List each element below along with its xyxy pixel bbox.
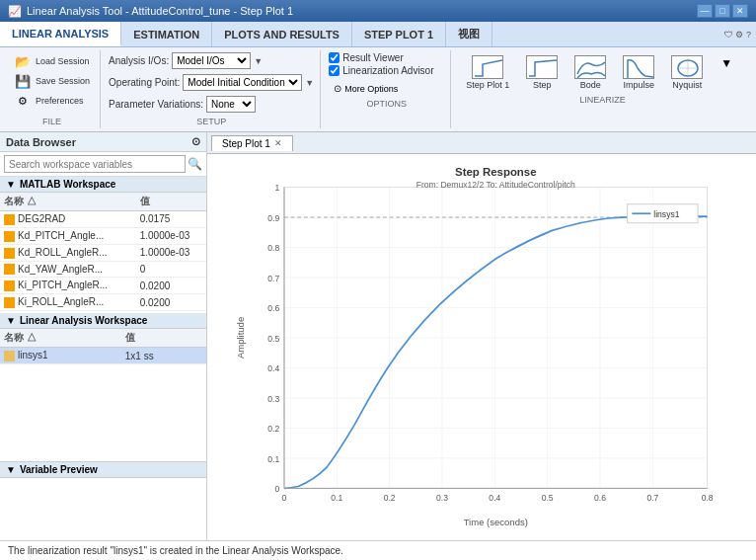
tab-bar: LINEAR ANALYSIS ESTIMATION PLOTS AND RES… xyxy=(0,22,756,47)
matlab-workspace-header[interactable]: ▼ MATLAB Workspace xyxy=(0,177,206,193)
tab-plots-results[interactable]: PLOTS AND RESULTS xyxy=(212,22,352,46)
linearize-dropdown-arrow[interactable]: ▼ xyxy=(717,52,736,93)
maximize-button[interactable]: □ xyxy=(715,4,730,18)
svg-text:0.6: 0.6 xyxy=(594,493,606,503)
sidebar-collapse-icon[interactable]: ⊙ xyxy=(191,135,200,148)
step-button[interactable]: Step xyxy=(519,52,565,93)
svg-text:0.2: 0.2 xyxy=(267,424,279,434)
svg-text:0.2: 0.2 xyxy=(384,493,396,503)
tab-view[interactable]: 视图 xyxy=(446,22,492,46)
op-arrow[interactable]: ▼ xyxy=(305,78,314,88)
chart-subtitle: From: Demux12/2 To: AttitudeControl/pitc… xyxy=(416,180,575,190)
list-item[interactable]: Kd_ROLL_AngleR... 1.0000e-03 xyxy=(0,244,206,261)
load-session-button[interactable]: 📂 Load Session xyxy=(10,52,94,70)
svg-text:0.7: 0.7 xyxy=(646,493,658,503)
svg-text:0.1: 0.1 xyxy=(267,454,279,464)
status-message: The linearization result "linsys1" is cr… xyxy=(8,545,343,556)
variable-preview: ▼ Variable Preview xyxy=(0,461,206,540)
step-plot-tab[interactable]: Step Plot 1 ✕ xyxy=(211,135,293,151)
nyquist-button[interactable]: Nyquist xyxy=(664,52,710,93)
close-button[interactable]: ✕ xyxy=(732,4,748,18)
tab-right-buttons: 🛡 ⚙ ? xyxy=(724,22,756,46)
title-bar-left: 📈 Linear Analysis Tool - AttitudeControl… xyxy=(8,5,293,18)
svg-text:0.8: 0.8 xyxy=(267,243,279,253)
bode-button[interactable]: Bode xyxy=(567,52,613,93)
analysis-ios-row: Analysis I/Os: Model I/Os ▼ xyxy=(109,52,314,69)
search-box: 🔍 xyxy=(0,152,206,177)
collapse-icon-preview: ▼ xyxy=(6,464,16,475)
tab-linear-analysis[interactable]: LINEAR ANALYSIS xyxy=(0,22,121,46)
options-label: OPTIONS xyxy=(329,99,444,109)
list-item[interactable]: Ki_ROLL_AngleR... 0.0200 xyxy=(0,294,206,311)
linearize-content: Step Plot 1 Step xyxy=(459,52,736,93)
result-viewer-checkbox[interactable] xyxy=(329,52,340,63)
param-variations-row: Parameter Variations: None xyxy=(109,96,314,113)
svg-text:0.3: 0.3 xyxy=(436,493,448,503)
ribbon-options-section: Result Viewer Linearization Advisor ⊙ Mo… xyxy=(323,50,451,128)
list-item[interactable]: Kd_YAW_AngleR... 0 xyxy=(0,261,206,278)
title-bar: 📈 Linear Analysis Tool - AttitudeControl… xyxy=(0,0,756,22)
list-item[interactable]: Ki_PITCH_AngleR... 0.0200 xyxy=(0,278,206,294)
help-icon[interactable]: 🛡 ⚙ ? xyxy=(724,30,751,40)
svg-text:0.6: 0.6 xyxy=(267,303,279,313)
list-item[interactable]: Kd_PITCH_Angle... 1.0000e-03 xyxy=(0,227,206,244)
svg-text:0.1: 0.1 xyxy=(331,493,342,503)
var-preview-header: ▼ Variable Preview xyxy=(0,462,206,478)
chart-area: 0 0.1 0.2 0.3 0.4 0.5 0.6 0.7 0.8 0.9 1 … xyxy=(207,154,756,540)
nyquist-icon xyxy=(671,55,703,79)
tab-estimation[interactable]: ESTIMATION xyxy=(121,22,212,46)
svg-text:0.4: 0.4 xyxy=(489,493,500,503)
linear-workspace-table: 名称 △ 值 linsys1 1x1 ss xyxy=(0,329,206,364)
list-item[interactable]: DEG2RAD 0.0175 xyxy=(0,211,206,228)
workspace-section: ▼ MATLAB Workspace 名称 △ 值 DEG2RAD 0.0175… xyxy=(0,177,206,461)
x-axis-label: Time (seconds) xyxy=(464,517,528,527)
value-col-header: 值 xyxy=(136,193,206,211)
file-buttons: 📂 Load Session 💾 Save Session ⚙ Preferen… xyxy=(10,52,94,115)
ribbon-file-section: 📂 Load Session 💾 Save Session ⚙ Preferen… xyxy=(4,50,101,128)
analysis-ios-select[interactable]: Model I/Os xyxy=(172,52,251,69)
ribbon-main: 📂 Load Session 💾 Save Session ⚙ Preferen… xyxy=(0,47,756,132)
analysis-ios-arrow[interactable]: ▼ xyxy=(254,56,263,66)
linearization-advisor-checkbox[interactable] xyxy=(329,65,340,76)
step-response-chart: 0 0.1 0.2 0.3 0.4 0.5 0.6 0.7 0.8 0.9 1 … xyxy=(212,159,751,535)
bode-icon xyxy=(574,55,606,79)
svg-text:0.8: 0.8 xyxy=(702,493,714,503)
linear-workspace-header[interactable]: ▼ Linear Analysis Workspace xyxy=(0,313,206,329)
linear-name-col: 名称 △ xyxy=(0,329,121,348)
linear-header-row: 名称 △ 值 xyxy=(0,329,206,348)
param-variations-select[interactable]: None xyxy=(206,96,256,113)
matlab-workspace-table: 名称 △ 值 DEG2RAD 0.0175 Kd_PITCH_Angle... … xyxy=(0,193,206,311)
collapse-icon-linear: ▼ xyxy=(6,315,16,326)
plot-tab-bar: Step Plot 1 ✕ xyxy=(207,132,756,154)
save-session-button[interactable]: 💾 Save Session xyxy=(10,72,94,90)
tab-close-icon[interactable]: ✕ xyxy=(274,138,282,148)
svg-text:0.5: 0.5 xyxy=(542,493,554,503)
tab-step-plot[interactable]: STEP PLOT 1 xyxy=(352,22,446,46)
more-options-button[interactable]: ⊙ More Options xyxy=(329,80,433,97)
minimize-button[interactable]: — xyxy=(697,4,713,18)
app-title: Linear Analysis Tool - AttitudeControl_t… xyxy=(27,5,293,17)
step-plot-button[interactable]: Step Plot 1 xyxy=(459,52,516,93)
ribbon-linearize-section: Step Plot 1 Step xyxy=(453,50,752,128)
app-window: 📈 Linear Analysis Tool - AttitudeControl… xyxy=(0,0,756,560)
ribbon: 📂 Load Session 💾 Save Session ⚙ Preferen… xyxy=(0,47,756,132)
search-input[interactable] xyxy=(4,155,186,173)
impulse-button[interactable]: Impulse xyxy=(616,52,661,93)
preferences-button[interactable]: ⚙ Preferences xyxy=(10,92,88,110)
main-area: Data Browser ⊙ 🔍 ▼ MATLAB Workspace xyxy=(0,132,756,540)
list-item[interactable]: linsys1 1x1 ss xyxy=(0,348,206,364)
setup-label: SETUP xyxy=(109,117,314,126)
linearization-advisor-row: Linearization Advisor xyxy=(329,65,433,76)
setup-content: Analysis I/Os: Model I/Os ▼ Operating Po… xyxy=(109,52,314,115)
main-content: Step Plot 1 ✕ xyxy=(207,132,756,540)
operating-point-select[interactable]: Model Initial Condition xyxy=(183,74,302,91)
result-viewer-row: Result Viewer xyxy=(329,52,433,63)
status-bar: The linearization result "linsys1" is cr… xyxy=(0,540,756,560)
title-bar-controls: — □ ✕ xyxy=(697,4,748,18)
options-content: Result Viewer Linearization Advisor ⊙ Mo… xyxy=(329,52,433,97)
app-icon: 📈 xyxy=(8,5,22,18)
linear-value-col: 值 xyxy=(121,329,206,348)
svg-text:0.4: 0.4 xyxy=(267,363,279,373)
step-icon xyxy=(526,55,558,79)
search-icon[interactable]: 🔍 xyxy=(188,157,202,171)
